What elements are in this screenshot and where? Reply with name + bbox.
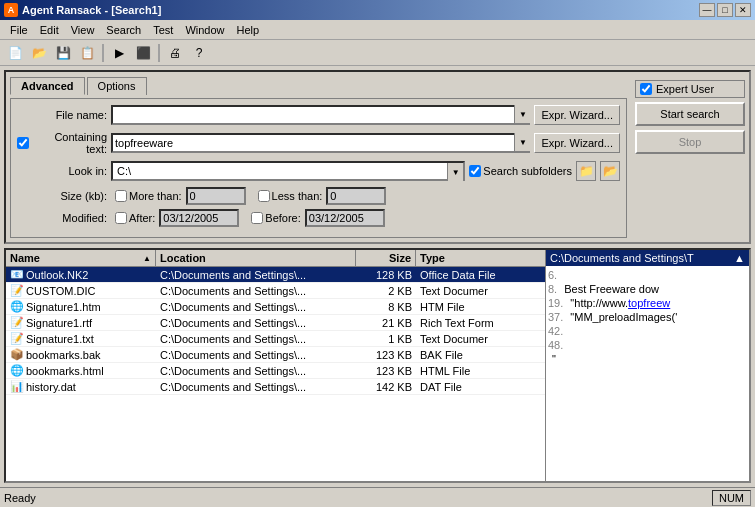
content-preview: C:\Documents and Settings\T ▲ 6. 8. Best…: [546, 250, 749, 481]
before-label-area: Before:: [251, 212, 300, 224]
start-search-button[interactable]: Start search: [635, 102, 745, 126]
search-subfolders-checkbox[interactable]: [469, 165, 481, 177]
table-row[interactable]: 📝 Signature1.txt C:\Documents and Settin…: [6, 331, 545, 347]
file-location: C:\Documents and Settings\...: [156, 380, 356, 394]
maximize-button[interactable]: □: [717, 3, 733, 17]
table-row[interactable]: 🌐 Signature1.htm C:\Documents and Settin…: [6, 299, 545, 315]
file-size: 123 KB: [356, 364, 416, 378]
status-text: Ready: [4, 492, 36, 504]
menu-file[interactable]: File: [4, 22, 34, 38]
status-right: NUM: [712, 490, 751, 506]
col-header-size[interactable]: Size: [356, 250, 416, 266]
search-form: Advanced Options File name: ▼ Expr. Wiza…: [10, 76, 627, 238]
preview-line: 19. "http://www.topfreew: [548, 296, 747, 310]
file-size: 123 KB: [356, 348, 416, 362]
expr-wizard-1-button[interactable]: Expr. Wizard...: [534, 105, 620, 125]
containing-dropdown-arrow[interactable]: ▼: [514, 133, 530, 151]
more-than-input[interactable]: [186, 187, 246, 205]
preview-line: 6.: [548, 268, 747, 282]
menu-help[interactable]: Help: [231, 22, 266, 38]
open-button[interactable]: 📂: [28, 43, 50, 63]
tab-advanced[interactable]: Advanced: [10, 77, 85, 95]
less-than-checkbox[interactable]: [258, 190, 270, 202]
col-header-location[interactable]: Location: [156, 250, 356, 266]
file-location: C:\Documents and Settings\...: [156, 348, 356, 362]
file-location: C:\Documents and Settings\...: [156, 268, 356, 282]
file-icon: 📝: [10, 332, 24, 345]
line-content: "MM_preloadImages(': [567, 311, 677, 323]
table-row[interactable]: 📝 CUSTOM.DIC C:\Documents and Settings\.…: [6, 283, 545, 299]
copy-button[interactable]: 📋: [76, 43, 98, 63]
window-controls: — □ ✕: [699, 3, 751, 17]
containing-checkbox[interactable]: [17, 137, 29, 149]
close-button[interactable]: ✕: [735, 3, 751, 17]
line-number: 6.: [548, 269, 557, 281]
preview-body[interactable]: 6. 8. Best Freeware dow19. "http://www.t…: [546, 266, 749, 481]
stop-button-main[interactable]: Stop: [635, 130, 745, 154]
search-tabs: Advanced Options: [10, 76, 627, 94]
after-checkbox[interactable]: [115, 212, 127, 224]
title-bar: A Agent Ransack - [Search1] — □ ✕: [0, 0, 755, 20]
play-button[interactable]: ▶: [108, 43, 130, 63]
before-date-input[interactable]: [305, 209, 385, 227]
after-date-input[interactable]: [159, 209, 239, 227]
help-button[interactable]: ?: [188, 43, 210, 63]
file-icon: 📊: [10, 380, 24, 393]
file-type: Text Documer: [416, 332, 545, 346]
more-than-checkbox[interactable]: [115, 190, 127, 202]
menu-edit[interactable]: Edit: [34, 22, 65, 38]
toolbar: 📄 📂 💾 📋 ▶ ⬛ 🖨 ?: [0, 40, 755, 66]
col-header-name[interactable]: Name ▲: [6, 250, 156, 266]
file-name: Outlook.NK2: [26, 269, 88, 281]
menu-view[interactable]: View: [65, 22, 101, 38]
app-icon: A: [4, 3, 18, 17]
table-row[interactable]: 🌐 bookmarks.html C:\Documents and Settin…: [6, 363, 545, 379]
toolbar-separator-2: [158, 44, 160, 62]
preview-header: C:\Documents and Settings\T ▲: [546, 250, 749, 266]
file-name: Signature1.rtf: [26, 317, 92, 329]
line-number: 37.: [548, 311, 563, 323]
col-header-type[interactable]: Type: [416, 250, 545, 266]
line-number: 8.: [548, 283, 557, 295]
line-content: Best Freeware dow: [561, 283, 659, 295]
table-row[interactable]: 📝 Signature1.rtf C:\Documents and Settin…: [6, 315, 545, 331]
table-row[interactable]: 📧 Outlook.NK2 C:\Documents and Settings\…: [6, 267, 545, 283]
lookin-dropdown-arrow[interactable]: ▼: [447, 163, 463, 181]
expert-user-label: Expert User: [656, 83, 714, 95]
file-size: 142 KB: [356, 380, 416, 394]
size-row: Size (kb): More than: Less than:: [17, 187, 620, 205]
lookin-label: Look in:: [17, 165, 107, 177]
table-row[interactable]: 📊 history.dat C:\Documents and Settings\…: [6, 379, 545, 395]
menu-window[interactable]: Window: [179, 22, 230, 38]
containing-text-input[interactable]: [111, 133, 530, 153]
filename-label: File name:: [17, 109, 107, 121]
file-location: C:\Documents and Settings\...: [156, 364, 356, 378]
preview-path: C:\Documents and Settings\T: [550, 252, 694, 264]
menu-test[interactable]: Test: [147, 22, 179, 38]
filename-dropdown-arrow[interactable]: ▼: [514, 105, 530, 123]
less-than-input[interactable]: [326, 187, 386, 205]
before-checkbox[interactable]: [251, 212, 263, 224]
print-button[interactable]: 🖨: [164, 43, 186, 63]
status-bar: Ready NUM: [0, 487, 755, 507]
containing-label: Containing text:: [31, 131, 107, 155]
browse-folder-2-button[interactable]: 📂: [600, 161, 620, 181]
save-button[interactable]: 💾: [52, 43, 74, 63]
preview-line: 42.: [548, 324, 747, 338]
expr-wizard-2-button[interactable]: Expr. Wizard...: [534, 133, 620, 153]
file-name: bookmarks.bak: [26, 349, 101, 361]
expert-user-row: Expert User: [635, 80, 745, 98]
table-row[interactable]: 📦 bookmarks.bak C:\Documents and Setting…: [6, 347, 545, 363]
minimize-button[interactable]: —: [699, 3, 715, 17]
menu-search[interactable]: Search: [100, 22, 147, 38]
tab-options[interactable]: Options: [87, 77, 147, 95]
file-icon: 🌐: [10, 300, 24, 313]
modified-row: Modified: After: Before:: [17, 209, 620, 227]
stop-button[interactable]: ⬛: [132, 43, 154, 63]
filename-input[interactable]: [111, 105, 530, 125]
new-button[interactable]: 📄: [4, 43, 26, 63]
preview-link[interactable]: topfreew: [628, 297, 670, 309]
expert-user-checkbox[interactable]: [640, 83, 652, 95]
browse-folder-button[interactable]: 📁: [576, 161, 596, 181]
file-icon: 🌐: [10, 364, 24, 377]
